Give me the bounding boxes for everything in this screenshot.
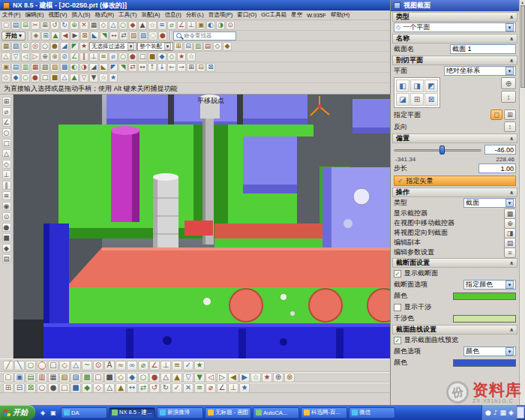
tray-icon[interactable]: ▦: [500, 409, 507, 416]
toolbar-icon[interactable]: ■: [2, 233, 11, 242]
toolbar-icon[interactable]: ◎: [31, 42, 40, 51]
toolbar-icon[interactable]: ▤: [26, 373, 36, 382]
toolbar-icon[interactable]: ☆: [148, 21, 157, 30]
toolbar-icon[interactable]: ←: [167, 63, 176, 72]
toolbar-icon[interactable]: ◥: [100, 32, 109, 40]
menu-item[interactable]: 信息(I): [163, 11, 184, 19]
section-header-cap[interactable]: 截断面设置 ∧: [392, 258, 518, 268]
toolbar-icon[interactable]: ★: [262, 373, 272, 382]
toolbar-icon[interactable]: ◣: [99, 63, 108, 72]
start-menu-button[interactable]: 开始 ▾: [2, 32, 26, 40]
toolbar-icon[interactable]: ○: [138, 373, 148, 382]
toolbar-icon[interactable]: ↓: [158, 63, 166, 72]
operation-row-button[interactable]: ▤: [504, 238, 516, 248]
toolbar-icon[interactable]: ◇: [99, 21, 108, 30]
toolbar-icon[interactable]: ◐: [206, 21, 215, 30]
toolbar-icon[interactable]: ⌀: [109, 52, 118, 62]
toolbar-icon[interactable]: ●: [149, 373, 160, 382]
toolbar-icon[interactable]: ◇: [213, 42, 222, 51]
tray-icon[interactable]: ●: [485, 409, 491, 416]
show-cap-checkbox[interactable]: ✓: [394, 270, 401, 278]
toolbar-icon[interactable]: ∥: [2, 181, 11, 190]
selection-scope-dropdown[interactable]: 整个装配 ▼: [137, 42, 173, 51]
section-header-curves[interactable]: 截面曲线设置 ∧: [392, 325, 518, 334]
menu-item[interactable]: 文件(F): [0, 11, 23, 19]
toolbar-icon[interactable]: △: [109, 21, 118, 30]
graphics-viewport[interactable]: 平移脱点: [14, 94, 390, 358]
toolbar-icon[interactable]: ○: [37, 383, 47, 393]
section-name-input[interactable]: [450, 44, 516, 54]
toolbar-icon[interactable]: ≡: [2, 191, 11, 200]
menu-item[interactable]: 分析(L): [184, 11, 206, 19]
toolbar-icon[interactable]: ▩: [60, 63, 69, 72]
plane-dialog-icon-button[interactable]: ⊞: [504, 110, 516, 120]
curve-color-option-dropdown[interactable]: 颜色 ▼: [464, 346, 516, 356]
toolbar-icon[interactable]: ⇄: [119, 32, 128, 40]
toolbar-icon[interactable]: ○: [26, 361, 36, 370]
toolbar-icon[interactable]: ▥: [37, 373, 47, 382]
toolbar-icon[interactable]: ↔: [110, 32, 118, 40]
toolbar-icon[interactable]: ◆: [158, 52, 166, 62]
toolbar-icon[interactable]: ⊟: [196, 63, 206, 72]
toolbar-icon[interactable]: □: [2, 139, 11, 148]
taskbar-item[interactable]: 新浪微博: [157, 407, 203, 418]
section-header-plane[interactable]: 剖切平面 ∧: [392, 56, 518, 65]
toolbar-icon[interactable]: ◁: [21, 52, 30, 62]
toolbar-icon[interactable]: ▣: [14, 373, 25, 382]
operation-row-button[interactable]: ▦: [504, 208, 516, 219]
toolbar-icon[interactable]: ◤: [70, 42, 79, 51]
toolbar-icon[interactable]: ▷: [217, 373, 227, 382]
toolbar-icon[interactable]: ⊙: [21, 42, 30, 51]
toolbar-icon[interactable]: ☆: [187, 52, 196, 62]
toolbar-icon[interactable]: ⊞: [41, 32, 50, 40]
toolbar-icon[interactable]: ⊟: [14, 383, 25, 393]
specify-plane-button[interactable]: ⊕: [501, 77, 516, 89]
toolbar-icon[interactable]: ▶: [239, 373, 250, 382]
toolbar-icon[interactable]: ⊠: [80, 32, 89, 40]
toolbar-icon[interactable]: □: [93, 373, 104, 382]
show-interference-checkbox[interactable]: [394, 304, 401, 311]
operation-row-button[interactable]: ≡: [504, 248, 516, 258]
toolbar-icon[interactable]: ⇄: [128, 63, 137, 72]
taskbar-item[interactable]: NX 8.5 - 建...: [109, 407, 155, 418]
toolbar-icon[interactable]: ◆: [128, 21, 137, 30]
toolbar-icon[interactable]: ⌀: [2, 107, 11, 116]
operation-row-button[interactable]: ◨: [504, 228, 516, 238]
toolbar-icon[interactable]: ✂: [31, 21, 40, 30]
toolbar-icon[interactable]: △: [70, 361, 81, 370]
plane-orientation-button[interactable]: ◪: [396, 93, 410, 106]
menu-item[interactable]: 装配(A): [140, 11, 163, 19]
toolbar-icon[interactable]: ▼: [194, 373, 205, 382]
toolbar-icon[interactable]: ∞: [127, 361, 137, 370]
toolbar-icon[interactable]: ◁: [206, 373, 216, 382]
toolbar-icon[interactable]: ◆: [223, 42, 232, 51]
toolbar-icon[interactable]: ▲: [70, 74, 79, 82]
toolbar-icon[interactable]: ◇: [167, 52, 176, 62]
toolbar-icon[interactable]: ●: [128, 52, 137, 62]
toolbar-icon[interactable]: ▤: [203, 42, 212, 51]
toolbar-icon[interactable]: ≡: [99, 52, 108, 62]
toolbar-icon[interactable]: □: [138, 52, 147, 62]
toolbar-icon[interactable]: ⊙: [226, 21, 235, 30]
toolbar-icon[interactable]: ◆: [127, 373, 137, 382]
toolbar-icon[interactable]: ∠: [149, 361, 160, 370]
menu-item[interactable]: 首选项(P): [206, 11, 236, 19]
cap-option-dropdown[interactable]: 指定颜色 ▼: [464, 280, 516, 290]
curve-preview-checkbox[interactable]: ✓: [394, 337, 401, 344]
toolbar-icon[interactable]: ○: [118, 52, 128, 62]
toolbar-icon[interactable]: ▢: [2, 21, 10, 30]
menu-item[interactable]: 视图(V): [46, 11, 70, 19]
toolbar-icon[interactable]: ⊞: [174, 42, 183, 51]
operation-row-button[interactable]: ⊕: [504, 218, 516, 229]
taskbar-item[interactable]: 无标题 - 画图: [205, 407, 251, 418]
toolbar-icon[interactable]: ✓: [183, 361, 194, 370]
toolbar-icon[interactable]: ▤: [11, 63, 20, 72]
toolbar-icon[interactable]: ≡: [172, 361, 182, 370]
toolbar-icon[interactable]: ▣: [196, 21, 206, 30]
toolbar-icon[interactable]: ▩: [82, 373, 92, 382]
taskbar-item[interactable]: DA: [61, 407, 107, 418]
plane-orientation-button[interactable]: ⊠: [424, 93, 438, 106]
show-desktop-button[interactable]: [517, 406, 524, 418]
menu-item[interactable]: 插入(S): [70, 11, 93, 19]
toolbar-icon[interactable]: □: [59, 383, 70, 393]
